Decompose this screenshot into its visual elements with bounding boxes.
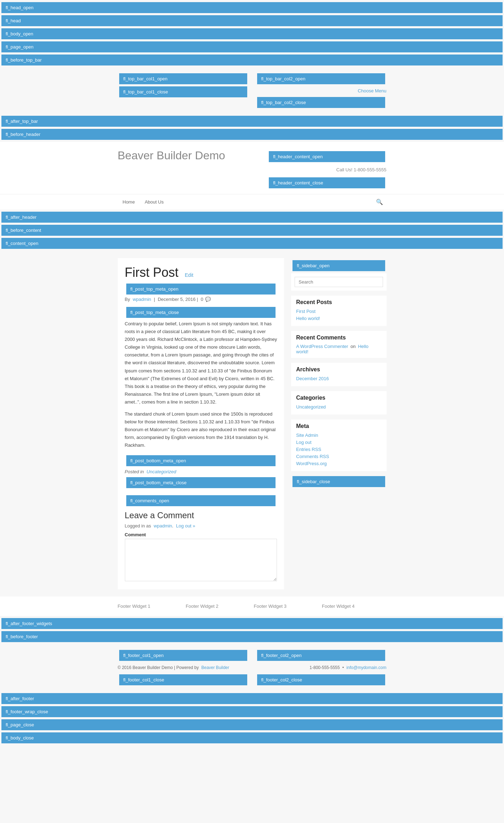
list-item: Hello world!	[296, 315, 381, 321]
hook-after-footer: fl_after_footer	[1, 693, 503, 704]
post-category-link[interactable]: Uncategorized	[146, 469, 176, 474]
log-out-link[interactable]: Log out »	[176, 523, 195, 528]
powered-by-link[interactable]: Beaver Builder	[201, 665, 229, 670]
comment-textarea[interactable]	[125, 539, 277, 581]
hook-footer-col2-open: fl_footer_col2_open	[257, 650, 385, 661]
list-item: Uncategorized	[296, 404, 381, 410]
hook-before-header: fl_before_header	[1, 129, 503, 140]
recent-posts-title: Recent Posts	[296, 299, 381, 305]
hook-body-close: fl_body_close	[1, 732, 503, 743]
post-edit-link[interactable]: Edit	[185, 272, 193, 278]
hook-top-bar-col2-open: fl_top_bar_col2_open	[257, 73, 385, 84]
hook-sidebar-open: fl_sidebar_open	[292, 260, 385, 271]
meta-link-1[interactable]: Site Admin	[296, 433, 318, 438]
hook-top-bar-col2-close: fl_top_bar_col2_close	[257, 97, 385, 108]
sidebar: fl_sidebar_open Recent Posts First Post …	[291, 258, 386, 589]
call-us-text: Call Us! 1-800-555-5555	[267, 164, 386, 175]
list-item: Comments RSS	[296, 453, 381, 459]
categories-title: Categories	[296, 395, 381, 401]
hook-page-close: fl_page_close	[1, 719, 503, 730]
hook-before-content: fl_before_content	[1, 225, 503, 236]
hook-after-top-bar: fl_after_top_bar	[1, 116, 503, 127]
list-item: WordPress.org	[296, 461, 381, 466]
commenter-link[interactable]: A WordPress Commenter	[296, 344, 348, 349]
content-area: First Post Edit fl_post_top_meta_open By…	[0, 251, 504, 596]
nav-item-home[interactable]: Home	[118, 195, 140, 209]
post-meta: By wpadmin | December 5, 2016 | 0 💬	[125, 297, 277, 302]
hook-sidebar-close: fl_sidebar_close	[292, 476, 385, 487]
meta-title: Meta	[296, 423, 381, 429]
footer-widgets: Footer Widget 1 Footer Widget 2 Footer W…	[0, 596, 504, 616]
category-link-1[interactable]: Uncategorized	[296, 404, 326, 410]
post-body: Contrary to popular belief, Lorem Ipsum …	[125, 320, 277, 450]
footer-widget-4: Footer Widget 4	[322, 604, 387, 609]
hook-content-open: fl_content_open	[1, 238, 503, 249]
archive-link-1[interactable]: December 2016	[296, 376, 329, 381]
logged-in-author-link[interactable]: wpadmin	[154, 523, 172, 528]
post-title: First Post Edit	[125, 265, 277, 280]
meta-link-2[interactable]: Log out	[296, 440, 311, 445]
sidebar-search	[291, 273, 386, 291]
hook-page-open: fl_page_open	[1, 41, 503, 52]
hook-post-top-meta-open: fl_post_top_meta_open	[126, 284, 276, 295]
footer-widget-3: Footer Widget 3	[254, 604, 319, 609]
main-content: First Post Edit fl_post_top_meta_open By…	[118, 258, 284, 589]
sidebar-archives: Archives December 2016	[291, 363, 386, 386]
hook-post-top-meta-close: fl_post_top_meta_close	[126, 307, 276, 318]
sidebar-meta: Meta Site Admin Log out Entries RSS Comm…	[291, 419, 386, 471]
hook-footer-col1-close: fl_footer_col1_close	[119, 674, 247, 685]
nav-search-icon[interactable]: 🔍	[372, 194, 387, 210]
top-bar-col1: fl_top_bar_col1_open fl_top_bar_col1_clo…	[118, 71, 249, 110]
sidebar-categories: Categories Uncategorized	[291, 391, 386, 415]
hook-after-header: fl_after_header	[1, 212, 503, 223]
hook-after-footer-widgets: fl_after_footer_widgets	[1, 618, 503, 629]
post-category: Posted in Uncategorized	[125, 469, 277, 474]
hook-comments-open: fl_comments_open	[126, 495, 276, 506]
site-header: Beaver Builder Demo fl_header_content_op…	[0, 142, 504, 194]
list-item: Log out	[296, 439, 381, 445]
footer-copyright: © 2016 Beaver Builder Demo | Powered by …	[118, 663, 249, 672]
top-bar: fl_top_bar_col1_open fl_top_bar_col1_clo…	[0, 68, 504, 114]
hook-footer-wrap-close: fl_footer_wrap_close	[1, 706, 503, 717]
categories-list: Uncategorized	[296, 404, 381, 410]
list-item: Site Admin	[296, 432, 381, 438]
recent-comment-item: A WordPress Commenter on Hello world!	[296, 344, 381, 354]
recent-posts-list: First Post Hello world!	[296, 308, 381, 321]
meta-link-3[interactable]: Entries RSS	[296, 447, 321, 452]
footer-widget-2: Footer Widget 2	[186, 604, 250, 609]
nav-item-about[interactable]: About Us	[140, 195, 168, 209]
hook-top-bar-col1-open: fl_top_bar_col1_open	[119, 73, 247, 84]
sidebar-search-input[interactable]	[295, 277, 383, 287]
comments-section: fl_comments_open Leave a Comment Logged …	[125, 495, 277, 582]
footer-widget-1: Footer Widget 1	[118, 604, 183, 609]
leave-comment-title: Leave a Comment	[125, 510, 277, 520]
hook-footer-col1-open: fl_footer_col1_open	[119, 650, 247, 661]
recent-post-link-2[interactable]: Hello world!	[296, 316, 320, 321]
logged-in-text: Logged in as wpadmin. Log out »	[125, 523, 277, 528]
footer-email-link[interactable]: info@mydomain.com	[347, 665, 387, 670]
sidebar-recent-comments: Recent Comments A WordPress Commenter on…	[291, 331, 386, 358]
site-title-wrap: Beaver Builder Demo	[118, 149, 261, 162]
site-footer: fl_footer_col1_open © 2016 Beaver Builde…	[0, 644, 504, 691]
hook-post-bottom-meta-open: fl_post_bottom_meta_open	[126, 455, 276, 466]
hook-before-footer: fl_before_footer	[1, 631, 503, 642]
sidebar-recent-posts: Recent Posts First Post Hello world!	[291, 296, 386, 326]
hook-post-bottom-meta-close: fl_post_bottom_meta_close	[126, 477, 276, 488]
hook-header-content-open: fl_header_content_open	[269, 151, 385, 162]
meta-link-4[interactable]: Comments RSS	[296, 454, 329, 459]
recent-post-link-1[interactable]: First Post	[296, 309, 315, 314]
choose-menu-link[interactable]: Choose Menu	[358, 88, 387, 93]
archives-list: December 2016	[296, 376, 381, 381]
meta-link-5[interactable]: WordPress.org	[296, 461, 326, 466]
hook-head: fl_head	[1, 15, 503, 26]
post-author-link[interactable]: wpadmin	[133, 297, 151, 302]
main-nav: Home About Us 🔍	[0, 194, 504, 210]
footer-contact: 1-800-555-5555 • info@mydomain.com	[256, 663, 387, 672]
hook-header-content-close: fl_header_content_close	[269, 177, 385, 188]
header-content: fl_header_content_open Call Us! 1-800-55…	[267, 149, 386, 190]
hook-before-top-bar: fl_before_top_bar	[1, 55, 503, 65]
comment-label: Comment	[125, 532, 277, 537]
list-item: December 2016	[296, 376, 381, 381]
post-article: First Post Edit fl_post_top_meta_open By…	[125, 265, 277, 488]
site-title: Beaver Builder Demo	[118, 149, 261, 162]
